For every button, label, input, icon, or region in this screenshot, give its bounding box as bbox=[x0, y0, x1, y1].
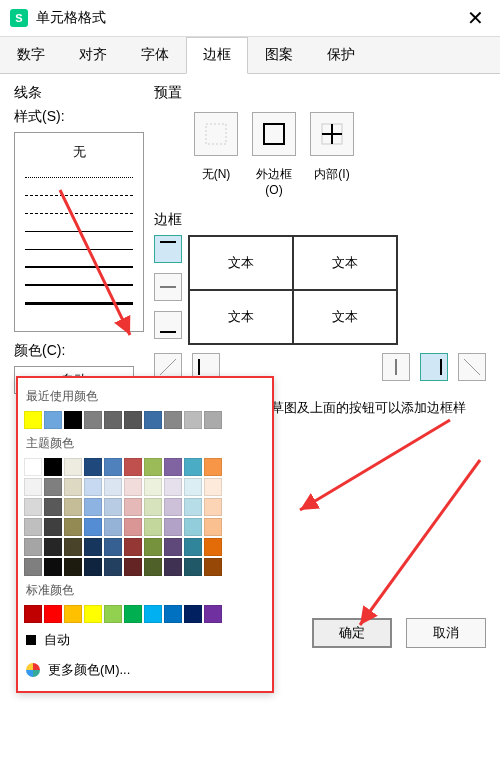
border-top-button[interactable] bbox=[154, 235, 182, 263]
preset-inner-button[interactable] bbox=[310, 112, 354, 156]
color-swatch[interactable] bbox=[24, 458, 42, 476]
preset-outer-button[interactable] bbox=[252, 112, 296, 156]
color-swatch[interactable] bbox=[84, 538, 102, 556]
color-swatch[interactable] bbox=[84, 458, 102, 476]
color-swatch[interactable] bbox=[204, 411, 222, 429]
color-swatch[interactable] bbox=[144, 498, 162, 516]
close-button[interactable]: ✕ bbox=[461, 6, 490, 30]
more-colors-item[interactable]: 更多颜色(M)... bbox=[24, 655, 266, 685]
color-swatch[interactable] bbox=[104, 558, 122, 576]
tab-font[interactable]: 字体 bbox=[124, 37, 186, 73]
style-line-item[interactable] bbox=[19, 187, 139, 203]
border-vmid-button[interactable] bbox=[382, 353, 410, 381]
color-swatch[interactable] bbox=[144, 411, 162, 429]
color-swatch[interactable] bbox=[144, 558, 162, 576]
color-swatch[interactable] bbox=[204, 518, 222, 536]
color-swatch[interactable] bbox=[184, 411, 202, 429]
color-swatch[interactable] bbox=[184, 498, 202, 516]
color-swatch[interactable] bbox=[104, 605, 122, 623]
color-swatch[interactable] bbox=[164, 498, 182, 516]
color-swatch[interactable] bbox=[144, 605, 162, 623]
color-swatch[interactable] bbox=[124, 605, 142, 623]
color-swatch[interactable] bbox=[104, 478, 122, 496]
color-swatch[interactable] bbox=[84, 411, 102, 429]
color-swatch[interactable] bbox=[144, 538, 162, 556]
border-right-button[interactable] bbox=[420, 353, 448, 381]
color-swatch[interactable] bbox=[44, 538, 62, 556]
style-line-item[interactable] bbox=[19, 241, 139, 257]
color-swatch[interactable] bbox=[84, 605, 102, 623]
color-swatch[interactable] bbox=[164, 518, 182, 536]
style-line-item[interactable] bbox=[19, 169, 139, 185]
color-swatch[interactable] bbox=[204, 558, 222, 576]
color-swatch[interactable] bbox=[184, 605, 202, 623]
color-swatch[interactable] bbox=[164, 558, 182, 576]
tab-border[interactable]: 边框 bbox=[186, 37, 248, 74]
color-swatch[interactable] bbox=[124, 498, 142, 516]
color-swatch[interactable] bbox=[124, 538, 142, 556]
color-swatch[interactable] bbox=[84, 478, 102, 496]
tab-protect[interactable]: 保护 bbox=[310, 37, 372, 73]
color-swatch[interactable] bbox=[104, 518, 122, 536]
color-swatch[interactable] bbox=[64, 411, 82, 429]
color-swatch[interactable] bbox=[84, 558, 102, 576]
color-swatch[interactable] bbox=[64, 478, 82, 496]
color-swatch[interactable] bbox=[124, 411, 142, 429]
color-swatch[interactable] bbox=[124, 478, 142, 496]
color-swatch[interactable] bbox=[24, 605, 42, 623]
color-swatch[interactable] bbox=[44, 478, 62, 496]
color-swatch[interactable] bbox=[144, 478, 162, 496]
ok-button[interactable]: 确定 bbox=[312, 618, 392, 648]
style-line-item[interactable] bbox=[19, 223, 139, 239]
color-swatch[interactable] bbox=[44, 458, 62, 476]
color-swatch[interactable] bbox=[184, 558, 202, 576]
color-swatch[interactable] bbox=[124, 458, 142, 476]
color-swatch[interactable] bbox=[44, 498, 62, 516]
color-swatch[interactable] bbox=[204, 478, 222, 496]
color-swatch[interactable] bbox=[44, 605, 62, 623]
color-swatch[interactable] bbox=[44, 518, 62, 536]
color-swatch[interactable] bbox=[204, 538, 222, 556]
style-line-item[interactable] bbox=[19, 277, 139, 293]
color-swatch[interactable] bbox=[84, 518, 102, 536]
color-swatch[interactable] bbox=[144, 458, 162, 476]
color-swatch[interactable] bbox=[104, 498, 122, 516]
color-swatch[interactable] bbox=[184, 458, 202, 476]
color-swatch[interactable] bbox=[24, 538, 42, 556]
color-swatch[interactable] bbox=[204, 498, 222, 516]
style-line-item[interactable] bbox=[19, 205, 139, 221]
tab-pattern[interactable]: 图案 bbox=[248, 37, 310, 73]
color-swatch[interactable] bbox=[64, 498, 82, 516]
color-swatch[interactable] bbox=[164, 538, 182, 556]
color-swatch[interactable] bbox=[104, 458, 122, 476]
color-swatch[interactable] bbox=[164, 458, 182, 476]
color-swatch[interactable] bbox=[44, 411, 62, 429]
preset-none-button[interactable] bbox=[194, 112, 238, 156]
color-swatch[interactable] bbox=[164, 605, 182, 623]
auto-color-item[interactable]: 自动 bbox=[24, 625, 266, 655]
color-swatch[interactable] bbox=[104, 538, 122, 556]
color-swatch[interactable] bbox=[164, 478, 182, 496]
color-swatch[interactable] bbox=[184, 478, 202, 496]
color-swatch[interactable] bbox=[64, 605, 82, 623]
color-swatch[interactable] bbox=[64, 458, 82, 476]
color-swatch[interactable] bbox=[44, 558, 62, 576]
style-line-item[interactable] bbox=[19, 295, 139, 311]
border-diag2-button[interactable] bbox=[458, 353, 486, 381]
tab-number[interactable]: 数字 bbox=[0, 37, 62, 73]
color-swatch[interactable] bbox=[184, 518, 202, 536]
color-swatch[interactable] bbox=[24, 498, 42, 516]
border-hmid-button[interactable] bbox=[154, 273, 182, 301]
border-preview[interactable]: 文本 文本 文本 文本 bbox=[188, 235, 398, 345]
tab-align[interactable]: 对齐 bbox=[62, 37, 124, 73]
line-style-list[interactable]: 无 bbox=[14, 132, 144, 332]
color-swatch[interactable] bbox=[24, 558, 42, 576]
style-line-item[interactable] bbox=[19, 259, 139, 275]
color-swatch[interactable] bbox=[124, 518, 142, 536]
color-swatch[interactable] bbox=[144, 518, 162, 536]
color-swatch[interactable] bbox=[24, 518, 42, 536]
color-swatch[interactable] bbox=[104, 411, 122, 429]
color-swatch[interactable] bbox=[24, 411, 42, 429]
color-swatch[interactable] bbox=[204, 605, 222, 623]
style-none[interactable]: 无 bbox=[19, 137, 139, 167]
